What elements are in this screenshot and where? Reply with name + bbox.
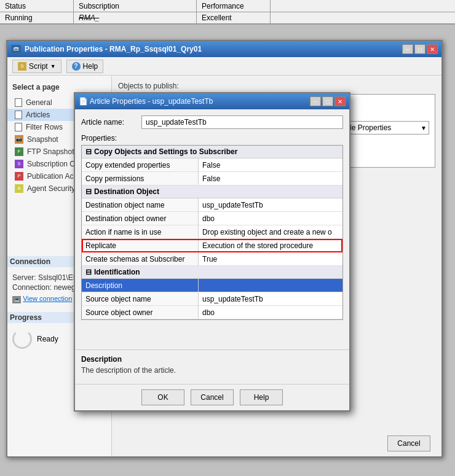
progress-spinner bbox=[12, 329, 32, 349]
destination-expander: ⊟ bbox=[85, 187, 92, 196]
help-icon: ? bbox=[72, 62, 81, 71]
minimize-button[interactable]: ─ bbox=[402, 44, 413, 54]
article-footer: OK Cancel Help bbox=[75, 384, 349, 410]
dest-name-row: Destination object name usp_updateTestTb bbox=[82, 198, 342, 212]
script-dropdown-icon: ▼ bbox=[50, 63, 56, 69]
performance-header: Performance bbox=[197, 0, 271, 12]
description-panel: Description The description of the artic… bbox=[75, 349, 349, 380]
status-value: Running bbox=[0, 12, 74, 23]
copy-extended-name: Copy extended properties bbox=[82, 158, 199, 171]
copy-extended-row: Copy extended properties False bbox=[82, 158, 342, 172]
action-name-value[interactable]: Drop existing object and create a new o bbox=[199, 225, 342, 238]
description-row: Description bbox=[82, 279, 342, 292]
create-schemas-label: Create schemas at Subscriber bbox=[82, 252, 199, 265]
replicate-row: Replicate Execution of the stored proced… bbox=[82, 239, 342, 252]
create-schemas-value[interactable]: True bbox=[199, 252, 342, 265]
dest-owner-row: Destination object owner dbo bbox=[82, 212, 342, 225]
subscription-value: RMA_ bbox=[74, 12, 197, 23]
script-icon: S bbox=[18, 62, 26, 71]
description-panel-text: The description of the article. bbox=[81, 366, 343, 375]
identification-header[interactable]: ⊟ Identification bbox=[82, 266, 342, 279]
main-dialog-title: Publication Properties - RMA_Rp_Ssqsql01… bbox=[25, 45, 202, 53]
view-connection-link[interactable]: View connection bbox=[23, 295, 72, 302]
status-bar: Status Subscription Performance bbox=[0, 0, 455, 12]
agent-icon: A bbox=[15, 184, 23, 193]
source-name-label: Source object name bbox=[82, 292, 199, 305]
source-owner-label: Source object owner bbox=[82, 306, 199, 319]
action-name-row: Action if name is in use Drop existing o… bbox=[82, 225, 342, 239]
dest-name-value[interactable]: usp_updateTestTb bbox=[199, 198, 342, 211]
article-dialog-title: Article Properties - usp_updateTestTb bbox=[90, 97, 213, 106]
article-minimize-button[interactable]: ─ bbox=[310, 96, 321, 106]
article-name-label: Article name: bbox=[81, 118, 136, 127]
copy-permissions-row: Copy permissions False bbox=[82, 172, 342, 185]
article-name-value: usp_updateTestTb bbox=[141, 115, 343, 129]
progress-status: Ready bbox=[37, 335, 58, 343]
sidebar-label-articles: Articles bbox=[26, 111, 50, 119]
replicate-label: Replicate bbox=[82, 239, 199, 252]
sidebar-label-snapshot: Snapshot bbox=[27, 135, 58, 144]
filter-icon bbox=[15, 123, 22, 131]
articles-icon bbox=[15, 111, 22, 119]
general-icon bbox=[15, 98, 22, 107]
help-button[interactable]: ? Help bbox=[66, 60, 104, 73]
main-toolbar: S Script ▼ ? Help bbox=[7, 57, 441, 76]
cancel-article-button[interactable]: Cancel bbox=[191, 389, 234, 405]
main-dialog-icon: 🗃 bbox=[11, 45, 21, 53]
copy-permissions-name: Copy permissions bbox=[82, 172, 199, 185]
properties-grid: ⊟ Copy Objects and Settings to Subscribe… bbox=[81, 145, 343, 320]
destination-object-header[interactable]: ⊟ Destination Object bbox=[82, 185, 342, 198]
article-body: Article name: usp_updateTestTb Propertie… bbox=[75, 109, 349, 365]
sidebar-label-filter: Filter Rows bbox=[26, 123, 63, 131]
copy-objects-expander: ⊟ bbox=[85, 147, 92, 156]
help-article-button[interactable]: Help bbox=[240, 389, 283, 405]
main-dialog-footer: Cancel bbox=[382, 431, 435, 456]
dest-name-label: Destination object name bbox=[82, 198, 199, 211]
pub-icon: P bbox=[15, 172, 23, 181]
close-button[interactable]: ✕ bbox=[427, 44, 438, 54]
copy-objects-header[interactable]: ⊟ Copy Objects and Settings to Subscribe… bbox=[82, 146, 342, 158]
main-dialog-title-area: 🗃 Publication Properties - RMA_Rp_Ssqsql… bbox=[11, 45, 202, 53]
performance-value: Excellent bbox=[197, 12, 271, 23]
subscription-header: Subscription bbox=[74, 0, 197, 12]
source-owner-row: Source object owner dbo bbox=[82, 306, 342, 319]
source-name-value[interactable]: usp_updateTestTb bbox=[199, 292, 342, 305]
status-header: Status bbox=[0, 0, 74, 12]
description-prop-value[interactable] bbox=[199, 279, 342, 292]
description-prop-label: Description bbox=[82, 279, 199, 292]
description-panel-title: Description bbox=[81, 355, 343, 364]
article-dialog: 📄 Article Properties - usp_updateTestTb … bbox=[74, 92, 350, 412]
dest-owner-value[interactable]: dbo bbox=[199, 212, 342, 225]
article-dialog-titlebar: 📄 Article Properties - usp_updateTestTb … bbox=[75, 93, 349, 109]
action-name-label: Action if name is in use bbox=[82, 225, 199, 238]
main-dialog-titlebar: 🗃 Publication Properties - RMA_Rp_Ssqsql… bbox=[7, 41, 441, 57]
source-owner-value[interactable]: dbo bbox=[199, 306, 342, 319]
source-name-row: Source object name usp_updateTestTb bbox=[82, 292, 342, 306]
sub-icon: S bbox=[15, 160, 23, 168]
ok-button[interactable]: OK bbox=[141, 389, 184, 405]
snapshot-icon: 📷 bbox=[15, 135, 23, 144]
replicate-value[interactable]: Execution of the stored procedure bbox=[199, 239, 342, 252]
article-restore-button[interactable]: □ bbox=[322, 96, 333, 106]
sidebar-label-general: General bbox=[26, 98, 52, 107]
copy-extended-value[interactable]: False bbox=[199, 158, 342, 171]
identification-expander: ⊟ bbox=[85, 268, 92, 276]
sidebar-label-ftp: FTP Snapshot bbox=[27, 147, 74, 156]
sidebar-label-agent: Agent Security bbox=[27, 184, 75, 193]
script-button[interactable]: S Script ▼ bbox=[12, 60, 61, 73]
create-schemas-row: Create schemas at Subscriber True bbox=[82, 252, 342, 266]
ftp-icon: F bbox=[15, 147, 23, 156]
titlebar-buttons: ─ □ ✕ bbox=[402, 44, 438, 54]
objects-label: Objects to publish: bbox=[118, 82, 435, 90]
dest-owner-label: Destination object owner bbox=[82, 212, 199, 225]
copy-permissions-value[interactable]: False bbox=[199, 172, 342, 185]
article-dialog-icon: 📄 bbox=[79, 97, 88, 106]
computer-icon: 💻 bbox=[12, 296, 21, 303]
status-row: Running RMA_ Excellent bbox=[0, 12, 455, 25]
article-titlebar-buttons: ─ □ ✕ bbox=[310, 96, 346, 106]
article-close-button[interactable]: ✕ bbox=[334, 96, 346, 106]
properties-label: Properties: bbox=[81, 134, 343, 142]
article-title-area: 📄 Article Properties - usp_updateTestTb bbox=[79, 97, 213, 106]
cancel-main-button[interactable]: Cancel bbox=[387, 435, 430, 451]
restore-button[interactable]: □ bbox=[414, 44, 425, 54]
